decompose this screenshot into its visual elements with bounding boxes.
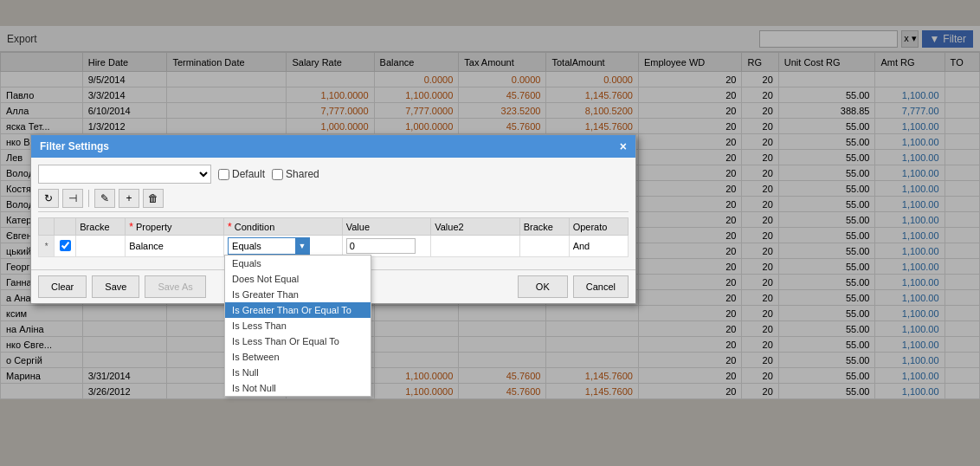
save-as-button[interactable]: Save As [145,275,205,298]
option-equals[interactable]: Equals [225,256,371,271]
edit-button[interactable]: ✎ [94,189,115,208]
ok-button[interactable]: OK [518,275,568,298]
default-checkbox-label: Default [218,168,265,180]
cancel-button[interactable]: Cancel [573,275,629,298]
row-bracket-left [76,236,126,257]
shared-checkbox-label: Shared [272,168,319,180]
delete-button[interactable]: 🗑 [143,189,164,208]
row-condition-cell: Equals ▼ Equals Does Not Equal Is Greate… [224,236,343,257]
row-bracket-right [519,236,569,257]
row-checkbox-cell [55,236,76,257]
condition-dropdown-menu: Equals Does Not Equal Is Greater Than Is… [224,255,371,397]
toolbar-separator [88,190,89,207]
condition-value: Equals [229,241,295,251]
col-operator: Operato [569,218,628,236]
col-bracket-left: Bracke [76,218,126,236]
option-is-less-than[interactable]: Is Less Than [225,318,371,333]
col-bracket-right: Bracke [519,218,569,236]
row-operator: And [569,236,628,257]
default-checkbox[interactable] [218,169,229,180]
dialog-close-button[interactable]: × [620,139,627,153]
row-property: Balance [126,236,224,257]
option-does-not-equal[interactable]: Does Not Equal [225,271,371,287]
shared-checkbox[interactable] [272,169,283,180]
row-value [342,236,430,257]
filter-row: * Balance Equals ▼ Equals [39,236,629,257]
col-property: * Property [126,218,224,236]
dialog-body: Default Shared ↻ ⊣ ✎ + 🗑 Bracke * [31,158,635,269]
col-value2: Value2 [431,218,519,236]
option-is-greater-than[interactable]: Is Greater Than [225,287,371,302]
default-label: Default [232,168,265,180]
option-is-not-null[interactable]: Is Not Null [225,380,371,396]
row-checkbox[interactable] [60,240,71,251]
filter-toolbar: ↻ ⊣ ✎ + 🗑 [38,189,629,212]
option-is-greater-than-or-equal[interactable]: Is Greater Than Or Equal To [225,302,371,318]
filter-name-select[interactable] [38,165,211,184]
shared-label: Shared [286,168,319,180]
filter-top-row: Default Shared [38,165,629,184]
row-marker: * [39,236,55,257]
condition-dropdown-arrow[interactable]: ▼ [295,238,309,254]
filter-grid: Bracke * Property * Condition Value Valu… [38,217,629,257]
dialog-title-bar: Filter Settings × [31,135,635,158]
pin-button[interactable]: ⊣ [62,189,83,208]
clear-button[interactable]: Clear [38,275,87,298]
col-value: Value [342,218,430,236]
col-condition: * Condition [224,218,343,236]
col-checkbox [55,218,76,236]
option-is-between[interactable]: Is Between [225,349,371,365]
col-marker [39,218,55,236]
refresh-button[interactable]: ↻ [38,189,59,208]
add-button[interactable]: + [119,189,139,208]
save-button[interactable]: Save [92,275,139,298]
row-value2 [431,236,519,257]
condition-select-wrapper: Equals ▼ [228,237,310,255]
option-is-less-than-or-equal[interactable]: Is Less Than Or Equal To [225,333,371,349]
option-is-null[interactable]: Is Null [225,365,371,380]
dialog-title-text: Filter Settings [40,140,109,152]
filter-settings-dialog: Filter Settings × Default Shared ↻ ⊣ ✎ +… [30,134,636,304]
value-input[interactable] [346,238,416,254]
